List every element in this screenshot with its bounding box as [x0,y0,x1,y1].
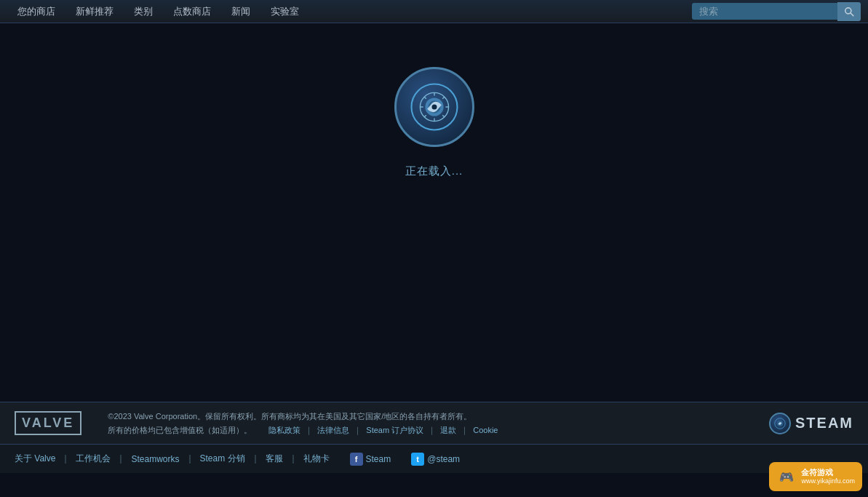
watermark: 🎮 金符游戏 www.yikajinfu.com [769,462,862,491]
watermark-text: 金符游戏 www.yikajinfu.com [801,467,855,486]
steam-circle-icon [769,413,791,434]
nav-new-recommend[interactable]: 新鲜推荐 [65,0,124,23]
steam-text-logo: STEAM [795,415,853,432]
nav-categories[interactable]: 类别 [124,0,163,23]
social-steam-label: Steam [366,454,391,464]
loading-text: 正在载入... [405,164,463,178]
steam-small-symbol [773,417,787,430]
footer-link-privacy[interactable]: 隐私政策 [268,425,300,436]
footer-steamworks[interactable]: Steamworks [131,454,179,464]
footer-copyright: ©2023 Valve Corporation。保留所有权利。所有商标均为其在美… [108,410,498,424]
search-container [692,2,861,21]
svg-point-6 [431,105,437,110]
social-tw-steam[interactable]: t @steam [411,453,460,466]
search-icon [844,7,854,17]
watermark-site: 金符游戏 [801,467,855,477]
steam-brand-logo: STEAM [769,413,853,434]
twitter-icon: t [411,453,424,466]
watermark-url: www.yikajinfu.com [801,477,855,486]
facebook-icon: f [350,453,363,466]
footer-link-cookie[interactable]: Cookie [473,426,498,434]
footer-links-top: 所有的价格均已包含增值税（如适用）。 隐私政策 ｜ 法律信息 ｜ Steam 订… [108,425,498,436]
footer-jobs[interactable]: 工作机会 [76,453,111,465]
valve-logo: VALVE [15,411,81,435]
steam-symbol [409,81,460,132]
nav-your-store[interactable]: 您的商店 [7,0,65,23]
social-fb-steam[interactable]: f Steam [350,453,391,466]
svg-line-11 [424,97,426,99]
footer-steam-dist[interactable]: Steam 分销 [200,453,245,465]
svg-line-1 [851,13,853,16]
nav-lab[interactable]: 实验室 [260,0,309,23]
svg-line-14 [442,97,445,99]
footer-link-refund[interactable]: 退款 [440,425,456,436]
footer-about-valve[interactable]: 关于 Valve [15,453,55,465]
footer-top: VALVE ©2023 Valve Corporation。保留所有权利。所有商… [0,402,868,444]
nav-points-store[interactable]: 点数商店 [163,0,221,23]
footer-link-subscriber[interactable]: Steam 订户协议 [366,425,423,436]
nav-bar: 您的商店 新鲜推荐 类别 点数商店 新闻 实验室 [0,0,868,23]
search-input[interactable] [692,3,837,20]
footer-link-legal[interactable]: 法律信息 [317,425,349,436]
nav-news[interactable]: 新闻 [221,0,260,23]
steam-logo [394,67,474,147]
search-button[interactable] [837,2,861,21]
watermark-icon: 🎮 [776,466,797,487]
footer-support[interactable]: 客服 [266,453,283,465]
steam-logo-right: STEAM [769,413,853,434]
footer-gift-cards[interactable]: 礼物卡 [303,453,330,465]
svg-line-12 [442,115,445,117]
svg-line-13 [424,115,426,117]
footer-bottom: 关于 Valve ｜ 工作机会 ｜ Steamworks ｜ Steam 分销 … [0,444,868,473]
social-atsteam-label: @steam [427,454,460,464]
footer-copyright2: 所有的价格均已包含增值税（如适用）。 [108,425,252,436]
main-content: 正在载入... [0,23,868,402]
